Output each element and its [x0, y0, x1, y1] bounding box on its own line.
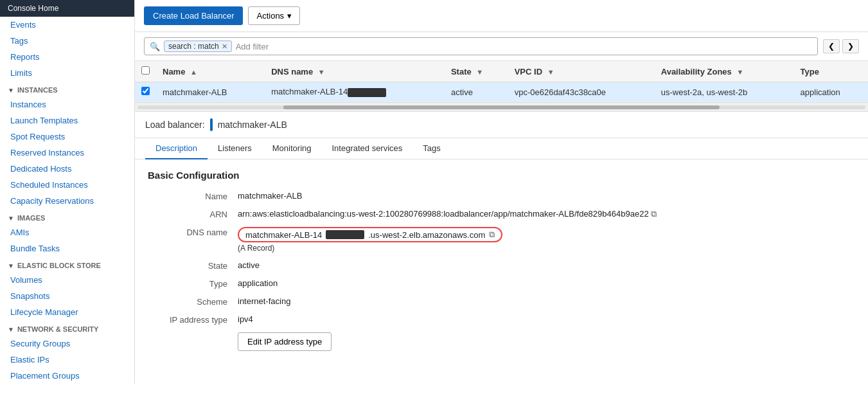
config-row-name: Name matchmaker-ALB: [148, 191, 855, 201]
config-row-scheme: Scheme internet-facing: [148, 296, 855, 307]
dns-name-highlighted: matchmaker-ALB-14.us-west-2.elb.amazonaw…: [238, 227, 502, 242]
col-name[interactable]: Name ▲: [156, 61, 265, 82]
state-sort-icon: ▼: [476, 68, 483, 76]
sidebar-item-amis[interactable]: AMIs: [0, 224, 134, 240]
load-balancer-table: Name ▲ DNS name ▼ State ▼ VPC ID ▼: [135, 61, 868, 103]
config-label-state: State: [148, 260, 238, 271]
sidebar-item-scheduled-instances[interactable]: Scheduled Instances: [0, 177, 134, 193]
actions-button[interactable]: Actions ▾: [248, 6, 300, 25]
actions-chevron-icon: ▾: [287, 11, 292, 21]
col-vpc-id[interactable]: VPC ID ▼: [508, 61, 655, 82]
console-home-link[interactable]: Console Home: [0, 0, 134, 17]
detail-tabs: DescriptionListenersMonitoringIntegrated…: [135, 138, 868, 159]
config-row-type: Type application: [148, 278, 855, 289]
search-tag[interactable]: search : match ✕: [164, 40, 232, 52]
config-row-arn: ARN arn:aws:elasticloadbalancing:us-west…: [148, 209, 855, 219]
config-value-type: application: [238, 278, 855, 288]
sidebar-item-events[interactable]: Events: [0, 17, 134, 33]
create-load-balancer-button[interactable]: Create Load Balancer: [144, 6, 243, 25]
toolbar: Create Load Balancer Actions ▾: [135, 0, 868, 32]
sidebar-item-capacity-reservations[interactable]: Capacity Reservations: [0, 193, 134, 209]
select-all-checkbox[interactable]: [141, 66, 150, 75]
a-record-label: (A Record): [238, 244, 855, 253]
sidebar-item-reports[interactable]: Reports: [0, 49, 134, 65]
arn-copy-icon[interactable]: ⧉: [651, 209, 657, 219]
nav-left-button[interactable]: ❮: [823, 39, 840, 53]
sidebar-item-reserved-instances[interactable]: Reserved Instances: [0, 145, 134, 161]
main-content: Create Load Balancer Actions ▾ 🔍 search …: [135, 0, 868, 414]
sidebar-item-volumes[interactable]: Volumes: [0, 272, 134, 288]
config-label-name: Name: [148, 191, 238, 201]
horizontal-scrollbar[interactable]: [135, 103, 868, 112]
collapse-icon-ebs: ▼: [8, 262, 14, 269]
col-type[interactable]: Type: [794, 61, 868, 82]
tab-integrated-services[interactable]: Integrated services: [321, 138, 412, 159]
add-filter-label[interactable]: Add filter: [236, 42, 269, 51]
config-section: Basic Configuration Name matchmaker-ALB …: [135, 159, 868, 369]
sidebar-section-network-security[interactable]: ▼ NETWORK & SECURITY: [0, 320, 134, 336]
sidebar-item-tags[interactable]: Tags: [0, 33, 134, 49]
tab-listeners[interactable]: Listeners: [208, 138, 262, 159]
search-icon: 🔍: [150, 42, 160, 51]
sidebar-item-placement-groups[interactable]: Placement Groups: [0, 368, 134, 384]
load-balancer-header: Load balancer: matchmaker-ALB: [135, 112, 868, 138]
cell-az: us-west-2a, us-west-2b: [655, 82, 794, 102]
config-label-ip: IP address type: [148, 314, 238, 325]
row-checkbox[interactable]: [141, 87, 150, 95]
name-sort-icon: ▲: [190, 68, 197, 76]
config-row-dns: DNS name matchmaker-ALB-14.us-west-2.elb…: [148, 227, 855, 253]
config-value-name: matchmaker-ALB: [238, 191, 855, 201]
sidebar-item-limits[interactable]: Limits: [0, 65, 134, 81]
edit-ip-address-type-button[interactable]: Edit IP address type: [238, 332, 332, 351]
sidebar-item-launch-templates[interactable]: Launch Templates: [0, 113, 134, 129]
search-tag-label: search : match: [168, 42, 219, 51]
config-value-ip: ipv4: [238, 314, 855, 324]
config-label-type: Type: [148, 278, 238, 289]
search-nav: ❮ ❯: [823, 39, 859, 53]
nav-right-button[interactable]: ❯: [842, 39, 859, 53]
table-header-row: Name ▲ DNS name ▼ State ▼ VPC ID ▼: [135, 61, 868, 82]
tab-description[interactable]: Description: [145, 138, 208, 159]
sidebar-item-spot-requests[interactable]: Spot Requests: [0, 129, 134, 145]
sidebar-item-instances-item[interactable]: Instances: [0, 96, 134, 113]
sidebar-item-security-groups[interactable]: Security Groups: [0, 336, 134, 352]
cell-name: matchmaker-ALB: [156, 82, 265, 102]
sidebar-item-bundle-tasks[interactable]: Bundle Tasks: [0, 240, 134, 256]
dns-redacted-cell: [348, 88, 386, 97]
col-az[interactable]: Availability Zones ▼: [655, 61, 794, 82]
dns-sort-icon: ▼: [318, 68, 325, 76]
cell-state: active: [445, 82, 508, 102]
dns-copy-icon[interactable]: ⧉: [489, 230, 495, 240]
config-label-scheme: Scheme: [148, 296, 238, 307]
sidebar-section-images[interactable]: ▼ IMAGES: [0, 209, 134, 224]
vpc-sort-icon: ▼: [547, 68, 554, 76]
detail-panel: Load balancer: matchmaker-ALB Descriptio…: [135, 112, 868, 414]
search-tag-close-icon[interactable]: ✕: [222, 42, 227, 51]
col-state[interactable]: State ▼: [445, 61, 508, 82]
config-title: Basic Configuration: [148, 170, 855, 181]
col-dns-name[interactable]: DNS name ▼: [265, 61, 445, 82]
sidebar-item-lifecycle-manager[interactable]: Lifecycle Manager: [0, 304, 134, 320]
config-label-dns: DNS name: [148, 227, 238, 237]
tab-tags[interactable]: Tags: [412, 138, 450, 159]
sidebar-item-snapshots[interactable]: Snapshots: [0, 288, 134, 304]
sidebar-section-instances[interactable]: ▼ INSTANCES: [0, 81, 134, 96]
sidebar-item-elastic-ips[interactable]: Elastic IPs: [0, 352, 134, 368]
config-row-ip: IP address type ipv4: [148, 314, 855, 325]
load-balancer-name: matchmaker-ALB: [218, 120, 287, 130]
scrollbar-thumb: [283, 105, 720, 109]
sidebar-item-dedicated-hosts[interactable]: Dedicated Hosts: [0, 161, 134, 177]
tab-monitoring[interactable]: Monitoring: [262, 138, 322, 159]
scrollbar-track: [137, 105, 865, 109]
sidebar-section-ebs[interactable]: ▼ ELASTIC BLOCK STORE: [0, 256, 134, 272]
table-row[interactable]: matchmaker-ALB matchmaker-ALB-14 active …: [135, 82, 868, 102]
cell-vpc: vpc-0e626daf43c38ca0e: [508, 82, 655, 102]
config-value-arn: arn:aws:elasticloadbalancing:us-west-2:1…: [238, 209, 855, 219]
az-sort-icon: ▼: [736, 68, 743, 76]
search-input-container[interactable]: 🔍 search : match ✕ Add filter: [144, 37, 818, 55]
config-row-state: State active: [148, 260, 855, 271]
search-bar: 🔍 search : match ✕ Add filter ❮ ❯: [135, 32, 868, 61]
collapse-icon-images: ▼: [8, 215, 14, 222]
lb-indicator-icon: [210, 118, 213, 131]
cell-type: application: [794, 82, 868, 102]
